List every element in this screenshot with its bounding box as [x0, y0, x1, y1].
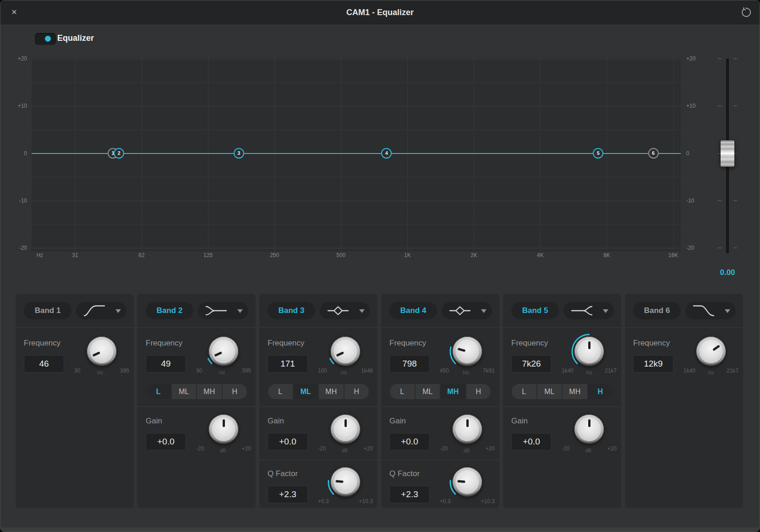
band-6-frequency-value[interactable]: 12k9	[633, 355, 673, 373]
band-3-range-ml[interactable]: ML	[294, 384, 318, 399]
band-5-filter-dropdown[interactable]	[563, 302, 614, 319]
eq-band-point-4[interactable]: 4	[381, 148, 392, 159]
band-3-gain-value[interactable]: +0.0	[268, 433, 308, 450]
grid-line-horizontal-minor	[32, 130, 681, 130]
gain-range: -20 dB +20	[440, 445, 495, 453]
band-3-range-l[interactable]: L	[268, 384, 293, 399]
range-min: 450	[440, 367, 449, 375]
band-2-frequency-value[interactable]: 49	[146, 355, 186, 373]
y-axis-label: -10	[686, 197, 706, 204]
band-3-q-value[interactable]: +2.3	[268, 486, 308, 503]
eq-band-point-3[interactable]: 3	[234, 148, 244, 159]
band-4-range-ml[interactable]: ML	[416, 384, 440, 399]
band-panel-6: Band 6 Frequency 12k9 1k40 Hz 21k7	[625, 294, 743, 508]
fader-tick-mark	[733, 200, 737, 201]
knob-value-arc	[327, 463, 364, 501]
band-5-range-ml[interactable]: ML	[537, 384, 562, 399]
y-axis-label: +20	[7, 55, 27, 62]
chevron-down-icon	[481, 309, 487, 313]
y-axis-label: +20	[686, 55, 706, 62]
band-3-button[interactable]: Band 3	[268, 302, 315, 319]
equalizer-toggle[interactable]	[35, 33, 56, 45]
band-2-frequency-knob[interactable]	[208, 336, 239, 367]
band-2-range-mh[interactable]: MH	[197, 384, 222, 399]
grid-line-vertical	[274, 58, 275, 252]
x-axis-unit-label: Hz	[37, 252, 44, 258]
range-unit: Hz	[708, 370, 714, 375]
divider	[259, 406, 377, 407]
band-4-range-mh[interactable]: MH	[441, 384, 465, 399]
band-4-range-selector: L ML MH H	[390, 384, 491, 399]
band-2-gain-knob[interactable]	[208, 414, 239, 444]
band-6-button[interactable]: Band 6	[633, 302, 681, 319]
band-5-range-l[interactable]: L	[512, 384, 536, 399]
band-4-q-knob[interactable]	[452, 467, 482, 497]
y-axis-label: -20	[686, 244, 706, 252]
band-5-gain-knob[interactable]	[574, 414, 604, 444]
band-4-gain-knob[interactable]	[452, 414, 482, 444]
divider	[259, 460, 377, 460]
band-3-range-mh[interactable]: MH	[319, 384, 344, 399]
fader-tick-mark	[718, 58, 722, 59]
band-3-filter-dropdown[interactable]	[320, 302, 370, 319]
grid-line-horizontal-minor	[32, 177, 681, 177]
gain-range: -20 dB +20	[196, 445, 251, 453]
eq-band-point-6[interactable]: 6	[648, 148, 659, 159]
band-1-frequency-knob[interactable]	[87, 336, 117, 367]
band-3-q-knob[interactable]	[330, 467, 361, 497]
range-max: 395	[120, 367, 129, 375]
band-2-button[interactable]: Band 2	[146, 302, 193, 319]
band-4-q-value[interactable]: +2.3	[389, 486, 430, 503]
band-5-range-selector: L ML MH H	[512, 384, 612, 399]
band-2-filter-dropdown[interactable]	[198, 302, 248, 319]
band-4-frequency-value[interactable]: 798	[389, 355, 430, 373]
band-2-range-selector: L ML MH H	[146, 384, 247, 399]
eq-curve	[32, 153, 681, 154]
band-5-button[interactable]: Band 5	[511, 302, 559, 319]
range-min: 30	[196, 367, 202, 375]
band-2-range-h[interactable]: H	[223, 384, 247, 399]
eq-band-point-5[interactable]: 5	[593, 148, 603, 159]
band-3-gain-knob[interactable]	[330, 414, 361, 444]
band-4-frequency-knob[interactable]	[452, 336, 482, 367]
band-5-range-h[interactable]: H	[588, 384, 613, 399]
band-2-range-l[interactable]: L	[146, 384, 171, 399]
band-6-filter-dropdown[interactable]	[685, 302, 736, 319]
x-axis-label: 2K	[470, 252, 477, 258]
gain-label: Gain	[146, 417, 162, 426]
band-2-gain-value[interactable]: +0.0	[146, 433, 186, 450]
gain-label: Gain	[268, 417, 284, 426]
toggle-on-indicator	[45, 36, 51, 42]
range-max: 1k48	[361, 367, 373, 375]
band-5-gain-value[interactable]: +0.0	[511, 433, 552, 450]
master-fader-handle[interactable]	[721, 140, 734, 167]
frequency-range: 30 Hz 395	[74, 367, 129, 375]
band-4-button[interactable]: Band 4	[389, 302, 437, 319]
divider	[381, 460, 499, 460]
band-3-frequency-value[interactable]: 171	[268, 355, 308, 373]
band-1-filter-dropdown[interactable]	[76, 302, 126, 319]
fader-tick-mark	[718, 200, 722, 201]
divider	[137, 327, 256, 328]
eq-band-point-2[interactable]: 2	[114, 148, 124, 159]
band-5-frequency-value[interactable]: 7k26	[511, 355, 552, 373]
band-1-frequency-value[interactable]: 46	[24, 355, 64, 373]
band-5-range-mh[interactable]: MH	[563, 384, 587, 399]
band-4-range-l[interactable]: L	[390, 384, 415, 399]
x-axis-label: 4K	[537, 252, 544, 258]
grid-line-vertical	[474, 58, 474, 252]
range-max: 395	[242, 367, 251, 375]
band-2-range-ml[interactable]: ML	[172, 384, 197, 399]
band-3-range-h[interactable]: H	[344, 384, 369, 399]
band-3-frequency-knob[interactable]	[330, 336, 361, 367]
y-axis-label: +10	[686, 102, 706, 110]
q-factor-label: Q Factor	[389, 469, 420, 478]
band-4-gain-value[interactable]: +0.0	[389, 433, 430, 450]
band-6-frequency-knob[interactable]	[696, 336, 726, 367]
band-1-button[interactable]: Band 1	[24, 302, 71, 319]
band-5-frequency-knob[interactable]	[574, 336, 604, 367]
band-4-filter-dropdown[interactable]	[442, 302, 492, 319]
knob-value-arc	[448, 463, 486, 501]
reset-button[interactable]	[740, 7, 751, 18]
band-4-range-h[interactable]: H	[466, 384, 491, 399]
